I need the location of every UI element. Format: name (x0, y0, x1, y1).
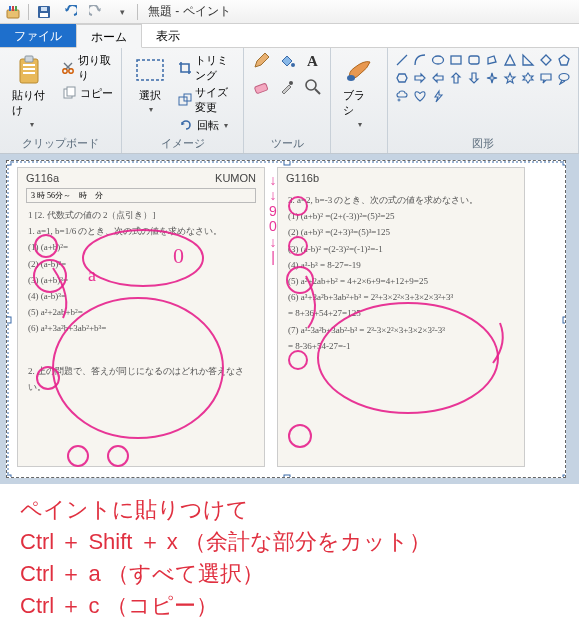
svg-rect-1 (9, 6, 11, 11)
svg-rect-5 (40, 13, 48, 17)
shape-diamond[interactable] (538, 52, 554, 68)
chevron-down-icon: ▾ (149, 105, 153, 114)
save-icon[interactable] (35, 3, 53, 21)
shape-arrow-l[interactable] (430, 70, 446, 86)
qat-dropdown-icon[interactable]: ▾ (113, 3, 131, 21)
tab-file[interactable]: ファイル (0, 24, 76, 47)
svg-point-25 (433, 56, 444, 64)
title-bar: ▾ 無題 - ペイント (0, 0, 579, 24)
redo-icon[interactable] (87, 3, 105, 21)
shape-star6[interactable] (520, 70, 536, 86)
shape-rtriangle[interactable] (520, 52, 536, 68)
shape-star5[interactable] (502, 70, 518, 86)
svg-rect-38 (563, 475, 566, 478)
svg-point-28 (559, 74, 569, 81)
group-shapes: 図形 (388, 48, 579, 153)
svg-rect-35 (563, 317, 566, 323)
svg-rect-8 (25, 56, 33, 62)
paste-icon (15, 54, 47, 86)
svg-rect-32 (284, 161, 290, 165)
shape-callout-oval[interactable] (556, 70, 572, 86)
shape-heart[interactable] (412, 88, 428, 104)
svg-rect-37 (284, 475, 290, 478)
shape-rect[interactable] (448, 52, 464, 68)
svg-rect-26 (451, 56, 461, 64)
svg-rect-21 (254, 83, 268, 94)
copy-button[interactable]: コピー (59, 84, 115, 102)
caption-line: ペイントに貼りつけて (20, 494, 559, 526)
svg-point-12 (63, 69, 67, 73)
svg-rect-9 (23, 64, 35, 66)
crop-icon (178, 60, 192, 76)
shape-polygon[interactable] (484, 52, 500, 68)
shape-arrow-r[interactable] (412, 70, 428, 86)
shape-line[interactable] (394, 52, 410, 68)
shape-hexagon[interactable] (394, 70, 410, 86)
magnifier-icon[interactable] (302, 78, 324, 96)
canvas-area: ↓↓90↓| G116a KUMON 3 時 56分～ 時 分 1 [2. 代数… (0, 154, 579, 484)
shape-triangle[interactable] (502, 52, 518, 68)
shape-star4[interactable] (484, 70, 500, 86)
time-box: 3 時 56分～ 時 分 (26, 188, 256, 203)
svg-rect-0 (7, 10, 19, 18)
svg-point-44 (68, 446, 88, 466)
svg-rect-34 (7, 317, 11, 323)
cut-button[interactable]: 切り取り (59, 52, 115, 84)
svg-rect-3 (15, 6, 17, 11)
resize-icon (178, 92, 192, 108)
picker-icon[interactable] (276, 78, 298, 96)
ribbon: 貼り付け ▾ 切り取り コピー クリップボード 選 (0, 48, 579, 154)
app-icon (4, 3, 22, 21)
crop-button[interactable]: トリミング (176, 52, 237, 84)
worksheet-right: G116b 3. a=2, b=-3 のとき、次の式の値を求めなさい。 (1) … (277, 167, 525, 467)
page-id-right: G116b (286, 172, 319, 184)
svg-point-45 (108, 446, 128, 466)
shapes-gallery[interactable] (394, 52, 572, 104)
chevron-down-icon: ▾ (30, 120, 34, 129)
caption-line: Ctrl ＋ c （コピー） (20, 590, 559, 622)
svg-text:A: A (307, 53, 318, 69)
svg-point-53 (289, 425, 311, 447)
copy-icon (61, 85, 77, 101)
svg-point-19 (291, 63, 295, 67)
select-button[interactable]: 選択 ▾ (128, 52, 172, 116)
svg-rect-11 (23, 72, 35, 74)
svg-point-24 (347, 75, 355, 81)
tab-view[interactable]: 表示 (142, 24, 194, 47)
tab-home[interactable]: ホーム (76, 24, 142, 48)
group-image: 選択 ▾ トリミング サイズ変更 回転 ▾ イメージ (122, 48, 244, 153)
shape-bolt[interactable] (430, 88, 446, 104)
select-icon (134, 54, 166, 86)
pencil-icon[interactable] (250, 52, 272, 70)
caption-line: Ctrl ＋ Shift ＋ x （余計な部分をカット） (20, 526, 559, 558)
undo-icon[interactable] (61, 3, 79, 21)
svg-rect-6 (41, 7, 47, 11)
brush-button[interactable]: ブラシ ▾ (337, 52, 381, 131)
eraser-icon[interactable] (250, 78, 272, 96)
shape-oval[interactable] (430, 52, 446, 68)
svg-rect-2 (12, 6, 14, 11)
rotate-button[interactable]: 回転 ▾ (176, 116, 237, 134)
shape-pentagon[interactable] (556, 52, 572, 68)
svg-rect-10 (23, 68, 35, 70)
shape-curve[interactable] (412, 52, 428, 68)
chevron-down-icon: ▾ (358, 120, 362, 129)
brand: KUMON (215, 172, 256, 184)
shape-callout-cloud[interactable] (394, 88, 410, 104)
svg-point-29 (398, 99, 400, 101)
caption: ペイントに貼りつけて Ctrl ＋ Shift ＋ x （余計な部分をカット） … (0, 484, 579, 637)
brush-icon (343, 54, 375, 86)
paste-button[interactable]: 貼り付け ▾ (6, 52, 55, 131)
fill-icon[interactable] (276, 52, 298, 70)
shape-arrow-d[interactable] (466, 70, 482, 86)
svg-rect-33 (563, 161, 566, 165)
canvas[interactable]: ↓↓90↓| G116a KUMON 3 時 56分～ 時 分 1 [2. 代数… (6, 160, 566, 478)
svg-rect-31 (7, 161, 11, 165)
shape-roundrect[interactable] (466, 52, 482, 68)
resize-button[interactable]: サイズ変更 (176, 84, 237, 116)
shape-callout-rect[interactable] (538, 70, 554, 86)
text-icon[interactable]: A (302, 52, 324, 70)
shape-arrow-u[interactable] (448, 70, 464, 86)
svg-rect-36 (7, 475, 11, 478)
svg-point-23 (306, 80, 316, 90)
